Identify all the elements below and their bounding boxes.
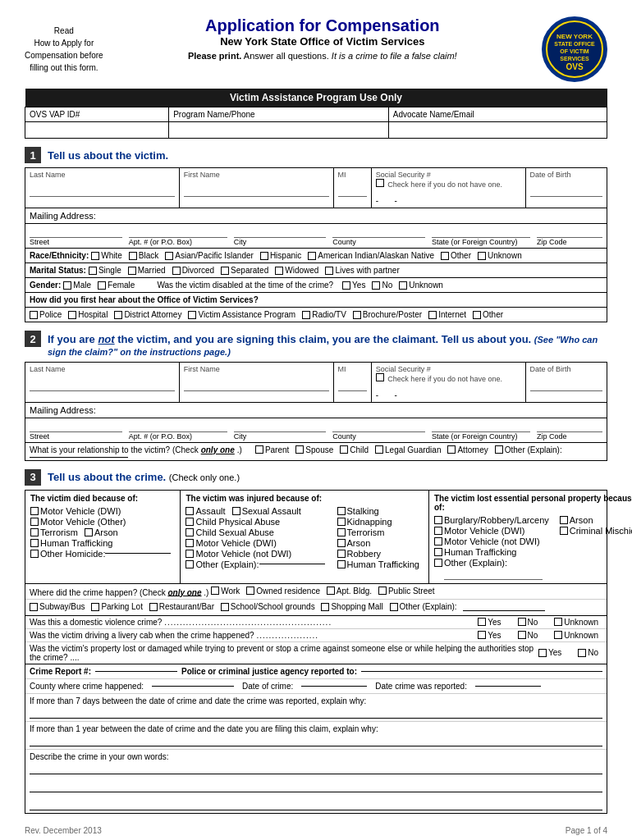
race-black: Black [129, 251, 158, 260]
county-field-wrap: County [332, 226, 425, 246]
street-label: Street [30, 238, 122, 246]
claimant-street-field[interactable] [30, 421, 122, 432]
died-terrorism: Terrorism [30, 527, 78, 537]
county-field[interactable] [332, 226, 425, 238]
died-trafficking: Human Trafficking [30, 538, 112, 548]
county-label: County [332, 238, 425, 246]
no-ssn-checkbox[interactable] [376, 179, 384, 187]
livery-no: No [518, 631, 538, 640]
livery-unknown: Unknown [554, 631, 598, 640]
claimant-zip-field[interactable] [537, 421, 602, 432]
claimant-last-name-field[interactable] [30, 380, 175, 391]
inj-stalking: Stalking [337, 506, 379, 516]
inj-assault: Assault [185, 506, 225, 516]
state-field[interactable] [432, 226, 530, 238]
ovs-logo: NEW YORK STATE OFFICE OF VICTIM SERVICES… [544, 17, 605, 81]
mi-field[interactable] [338, 185, 367, 197]
marital-divorced: Divorced [172, 266, 214, 275]
rel-guardian: Legal Guardian [375, 445, 441, 454]
claimant-apt-field[interactable] [129, 421, 227, 432]
section3-header: 3 Tell us about the crime. (Check only o… [25, 469, 607, 486]
advocate-name-value[interactable] [388, 122, 607, 139]
inj-kidnapping: Kidnapping [337, 517, 392, 527]
apt-field[interactable] [129, 226, 227, 238]
ssn-cell: Social Security # Check here if you do n… [372, 168, 526, 208]
explain-1year-field[interactable] [30, 735, 602, 746]
prop-burglary: Burglary/Robbery/Larceny [434, 515, 549, 525]
claimant-no-ssn-checkbox[interactable] [376, 373, 384, 381]
explain-7days-field[interactable] [30, 707, 602, 719]
inj-robbery: Robbery [337, 549, 382, 559]
where-crime-row: Where did the crime happen? (Check only … [25, 583, 607, 600]
inj-trafficking: Human Trafficking [337, 559, 419, 569]
inj-sexual: Sexual Assault [232, 506, 301, 516]
crime-report-field[interactable] [95, 671, 177, 672]
describe-line1[interactable] [30, 763, 602, 774]
marital-single: Single [89, 266, 121, 275]
property-column: The victim lost essential personal prope… [429, 491, 632, 583]
program-name-cell: Program Name/Phone [169, 107, 389, 122]
claimant-first-name-field[interactable] [184, 380, 329, 391]
inj-mv-not-dwi: Motor Vehicle (not DWI) [185, 549, 291, 559]
rel-other-field[interactable] [30, 457, 128, 458]
livery-yes: Yes [478, 631, 501, 640]
where-crime-row2: Subway/Bus Parking Lot Restaurant/Bar Sc… [25, 599, 607, 615]
page-header: Read How to Apply for Compensation befor… [25, 16, 607, 82]
prop-arson: Arson [560, 515, 593, 525]
police-agency-field[interactable] [361, 671, 602, 672]
where-apt: Apt. Bldg. [327, 587, 372, 596]
injured-column: The victim was injured because of: Assau… [181, 491, 428, 583]
explain-1year-row: If more than 1 year between the date of … [25, 721, 607, 749]
date-reported-field[interactable] [475, 686, 541, 687]
describe-line2[interactable] [30, 781, 602, 792]
inj-child-sex: Child Sexual Abuse [185, 527, 273, 537]
svg-text:STATE OFFICE: STATE OFFICE [554, 41, 595, 47]
prevent-yes: Yes [538, 648, 561, 657]
svg-text:OVS: OVS [566, 62, 583, 71]
describe-line3[interactable] [30, 799, 602, 810]
first-name-field[interactable] [184, 185, 329, 197]
dob-cell: Date of Birth [526, 168, 607, 208]
where-parking: Parking Lot [91, 602, 143, 611]
last-name-cell: Last Name [25, 168, 180, 208]
last-name-field[interactable] [30, 185, 175, 197]
claimant-last-name-cell: Last Name [25, 363, 180, 402]
heard-radio: Radio/TV [302, 310, 346, 319]
claimant-dob-field[interactable] [530, 380, 602, 391]
where-subway: Subway/Bus [30, 602, 85, 611]
rel-parent: Parent [255, 445, 289, 454]
org-name: New York State Office of Victim Services [103, 35, 542, 48]
marital-widowed: Widowed [275, 266, 318, 275]
where-other: Other (Explain): [390, 602, 457, 611]
inj-child-phys: Child Physical Abuse [185, 517, 280, 527]
claimant-mi-field[interactable] [338, 380, 367, 391]
domestic-unknown: Unknown [554, 618, 598, 627]
crime-report-row: Crime Report #: Police or criminal justi… [25, 664, 607, 678]
where-mall: Shopping Mall [321, 602, 382, 611]
claimant-dob-cell: Date of Birth [526, 363, 607, 402]
marital-married: Married [128, 266, 166, 275]
mi-cell: MI [334, 168, 372, 208]
claimant-state-wrap: State (or Foreign Country) [432, 421, 530, 441]
county-crime-field[interactable] [152, 686, 234, 687]
heard-other: Other [473, 310, 503, 319]
claimant-county-field[interactable] [332, 421, 425, 432]
date-crime-field[interactable] [301, 686, 367, 687]
property-prevent-row: Was the victim's property lost or damage… [25, 641, 607, 664]
where-other-field[interactable] [463, 610, 545, 611]
claimant-city-field[interactable] [234, 421, 327, 432]
injured-col2: Stalking Kidnapping Terrorism Arson Robb… [337, 506, 424, 570]
city-field[interactable] [234, 226, 327, 238]
zip-field[interactable] [537, 226, 602, 238]
dob-field[interactable] [530, 185, 602, 197]
domestic-row: Was this a domestic violence crime? ....… [25, 615, 607, 628]
prop-other-field[interactable] [444, 568, 543, 580]
rel-other: Other (Explain): [495, 445, 562, 454]
street-field[interactable] [30, 226, 122, 238]
prop-mischief: Criminal Mischief [560, 526, 632, 536]
claimant-state-field[interactable] [432, 421, 530, 432]
program-name-value[interactable] [169, 122, 389, 139]
prevent-no: No [578, 648, 598, 657]
ovs-vap-id-value[interactable] [25, 122, 169, 139]
marital-partner: Lives with partner [325, 266, 399, 275]
